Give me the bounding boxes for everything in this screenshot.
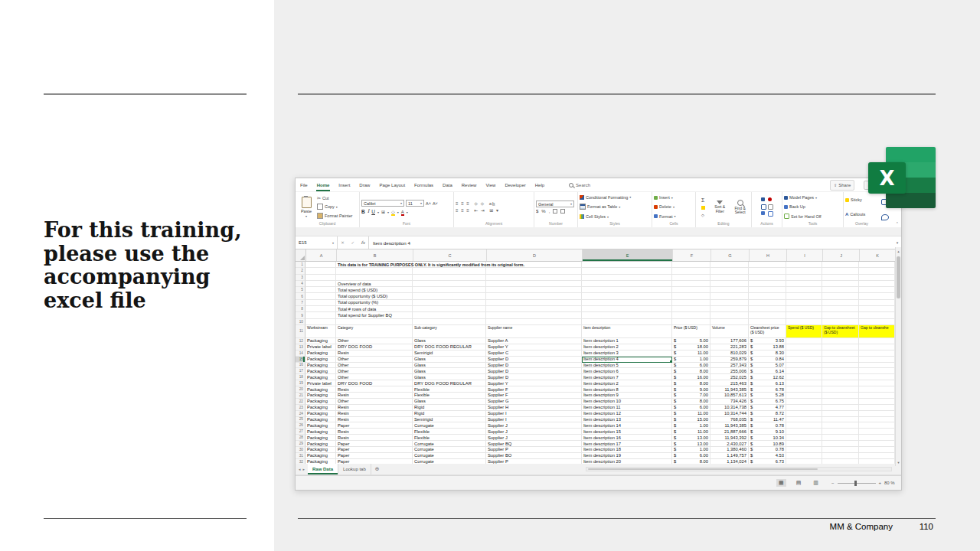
cell-D5[interactable] bbox=[486, 287, 582, 293]
cell-I31[interactable] bbox=[786, 453, 822, 459]
cell-G21[interactable]: 10,857,613 bbox=[710, 393, 749, 399]
cell-A21[interactable]: Packaging bbox=[305, 393, 336, 399]
cell-A15[interactable]: Packaging bbox=[305, 357, 336, 363]
cell-G10[interactable] bbox=[710, 319, 749, 325]
cell-D19[interactable]: Supplier Y bbox=[486, 380, 582, 386]
cell-C5[interactable] bbox=[413, 287, 486, 293]
cell-E7[interactable] bbox=[582, 300, 672, 306]
cell-D29[interactable]: Supplier BQ bbox=[486, 441, 582, 447]
cell-I7[interactable] bbox=[786, 300, 822, 306]
cell-A3[interactable] bbox=[305, 275, 336, 281]
cell-F27[interactable]: $11.00 bbox=[672, 429, 710, 435]
cell-C28[interactable]: Flexible bbox=[413, 435, 486, 441]
cell-G16[interactable]: 257,343 bbox=[710, 363, 749, 369]
cell-I24[interactable] bbox=[786, 411, 822, 417]
row-header-25[interactable]: 25 bbox=[296, 417, 305, 423]
ribbon-tab-formulas[interactable]: Formulas bbox=[410, 178, 438, 191]
cell-A7[interactable] bbox=[305, 300, 336, 306]
cell-E30[interactable]: Item description 18 bbox=[582, 447, 672, 453]
sort-filter-button[interactable]: Sort & Filter bbox=[714, 201, 725, 214]
percent-style-button[interactable]: % bbox=[541, 209, 545, 214]
cell-D17[interactable]: Supplier D bbox=[486, 368, 582, 374]
cell-E16[interactable]: Item description 5 bbox=[582, 363, 672, 369]
cell-G9[interactable] bbox=[710, 312, 749, 318]
cell-J19[interactable] bbox=[822, 380, 859, 386]
cell-A16[interactable]: Packaging bbox=[305, 363, 336, 369]
cell-J24[interactable] bbox=[822, 411, 859, 417]
formula-input[interactable]: Item description 4 bbox=[369, 236, 893, 249]
cell-A13[interactable]: Private label bbox=[305, 344, 336, 350]
column-header-A[interactable]: A bbox=[306, 249, 337, 261]
cell-J4[interactable] bbox=[822, 281, 859, 287]
row-header-20[interactable]: 20 bbox=[296, 386, 305, 393]
cell-F10[interactable] bbox=[672, 319, 710, 325]
grow-font-button[interactable]: A˄ bbox=[426, 200, 431, 207]
cell-H25[interactable]: $11.47 bbox=[749, 417, 786, 423]
cell-K28[interactable] bbox=[859, 435, 895, 441]
cell-A14[interactable]: Packaging bbox=[305, 350, 336, 357]
decrease-decimal-icon[interactable] bbox=[560, 209, 565, 214]
cell-K26[interactable] bbox=[859, 422, 895, 429]
cell-H10[interactable] bbox=[749, 319, 786, 325]
row-header-29[interactable]: 29 bbox=[296, 441, 305, 447]
cell-I2[interactable] bbox=[786, 268, 822, 274]
cell-J10[interactable] bbox=[822, 319, 859, 325]
cell-D4[interactable] bbox=[486, 281, 582, 287]
cell-H17[interactable]: $6.14 bbox=[749, 368, 786, 374]
cell-F17[interactable]: $8.00 bbox=[672, 368, 710, 374]
cell-A20[interactable]: Packaging bbox=[305, 386, 336, 393]
ribbon-tab-review[interactable]: Review bbox=[457, 178, 482, 191]
row-header-14[interactable]: 14 bbox=[296, 350, 305, 357]
cell-E31[interactable]: Item description 19 bbox=[582, 453, 672, 459]
cell-H21[interactable]: $5.28 bbox=[749, 393, 786, 399]
cell-H12[interactable]: $3.93 bbox=[749, 338, 786, 344]
cell-K3[interactable] bbox=[859, 275, 895, 281]
cell-K11[interactable]: Gap to cleanshe bbox=[859, 325, 895, 338]
cell-F4[interactable] bbox=[672, 281, 710, 287]
cell-A2[interactable] bbox=[305, 268, 336, 274]
cell-G22[interactable]: 734,426 bbox=[710, 399, 749, 405]
font-name-select[interactable]: Calibri▾ bbox=[361, 200, 404, 207]
cell-C30[interactable]: Corrugate bbox=[413, 447, 486, 453]
cell-C4[interactable] bbox=[413, 281, 486, 287]
cell-J31[interactable] bbox=[822, 453, 859, 459]
column-header-K[interactable]: K bbox=[860, 249, 896, 261]
share-button[interactable]: ⇪ Share bbox=[830, 180, 854, 191]
accounting-format-button[interactable]: $ bbox=[536, 209, 538, 214]
cell-C24[interactable]: Rigid bbox=[413, 411, 486, 417]
row-header-8[interactable]: 8 bbox=[296, 306, 305, 312]
cell-J26[interactable] bbox=[822, 422, 859, 429]
row-header-15[interactable]: 15 bbox=[296, 357, 305, 363]
cell-D7[interactable] bbox=[486, 300, 582, 306]
cell-I29[interactable] bbox=[786, 441, 822, 447]
cell-C29[interactable]: Corrugate bbox=[413, 441, 486, 447]
increase-decimal-icon[interactable] bbox=[553, 209, 557, 214]
borders-button[interactable]: ⊞ bbox=[381, 209, 385, 214]
cell-F30[interactable]: $1.00 bbox=[672, 447, 710, 453]
format-as-table-button[interactable]: Format as Table▾ bbox=[580, 204, 650, 210]
cell-B25[interactable]: Resin bbox=[336, 417, 413, 423]
cell-J7[interactable] bbox=[822, 300, 859, 306]
cell-D18[interactable]: Supplier D bbox=[486, 374, 582, 380]
cell-C7[interactable] bbox=[413, 300, 486, 306]
cell-H20[interactable]: $6.78 bbox=[749, 386, 786, 393]
column-header-D[interactable]: D bbox=[487, 249, 583, 261]
cell-G17[interactable]: 255,006 bbox=[710, 368, 749, 374]
cell-B15[interactable]: Other bbox=[336, 357, 413, 363]
cell-H26[interactable]: $0.78 bbox=[749, 422, 786, 429]
name-box[interactable]: E15▾ bbox=[296, 236, 338, 249]
cell-C14[interactable]: Semirigid bbox=[413, 350, 486, 357]
cell-K19[interactable] bbox=[859, 380, 895, 386]
cell-B6[interactable]: Total opportunity ($ USD) bbox=[336, 293, 413, 299]
cell-B17[interactable]: Other bbox=[336, 368, 413, 374]
cell-F25[interactable]: $15.00 bbox=[672, 417, 710, 423]
cell-F16[interactable]: $6.00 bbox=[672, 363, 710, 369]
align-bottom-buttons[interactable]: ≡ ≡ ≡ ⇤ ⇥ ⊞ ▾ bbox=[456, 208, 532, 214]
cell-A28[interactable]: Packaging bbox=[305, 435, 336, 441]
ribbon-tab-insert[interactable]: Insert bbox=[334, 178, 354, 191]
cell-E11[interactable]: Item description bbox=[582, 325, 672, 338]
cell-H24[interactable]: $8.72 bbox=[749, 411, 786, 417]
fill-button[interactable] bbox=[701, 206, 705, 210]
cell-G19[interactable]: 215,463 bbox=[710, 380, 749, 386]
row-header-24[interactable]: 24 bbox=[296, 411, 305, 417]
